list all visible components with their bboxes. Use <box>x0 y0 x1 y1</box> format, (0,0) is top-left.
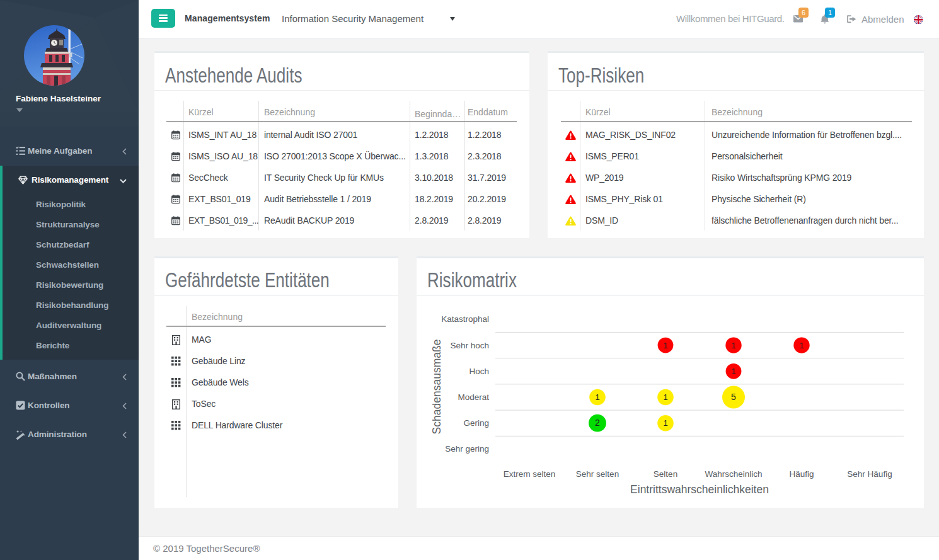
svg-text:1: 1 <box>799 340 804 350</box>
svg-text:Selten: Selten <box>654 469 677 478</box>
svg-text:Sehr gering: Sehr gering <box>445 444 489 454</box>
svg-text:1: 1 <box>731 340 735 350</box>
svg-text:Sehr Häufig: Sehr Häufig <box>847 469 892 478</box>
svg-text:Eintrittswahrscheinlichkeiten: Eintrittswahrscheinlichkeiten <box>630 483 769 496</box>
svg-text:1: 1 <box>663 340 667 350</box>
svg-text:1: 1 <box>663 392 667 402</box>
svg-text:Wahrscheinlich: Wahrscheinlich <box>705 469 762 478</box>
svg-text:Katastrophal: Katastrophal <box>441 314 489 324</box>
svg-text:Moderat: Moderat <box>458 392 489 402</box>
svg-text:5: 5 <box>731 392 736 402</box>
svg-text:1: 1 <box>595 392 599 402</box>
svg-text:Sehr selten: Sehr selten <box>576 469 619 478</box>
svg-text:Extrem selten: Extrem selten <box>504 469 556 478</box>
svg-text:1: 1 <box>663 418 667 428</box>
svg-text:Gering: Gering <box>463 418 489 428</box>
svg-text:2: 2 <box>595 418 600 428</box>
svg-text:Hoch: Hoch <box>469 366 489 375</box>
svg-text:Häufig: Häufig <box>789 469 814 478</box>
svg-text:Sehr hoch: Sehr hoch <box>450 340 489 350</box>
svg-text:Schadensausmaße: Schadensausmaße <box>430 339 443 434</box>
svg-text:1: 1 <box>731 366 735 375</box>
